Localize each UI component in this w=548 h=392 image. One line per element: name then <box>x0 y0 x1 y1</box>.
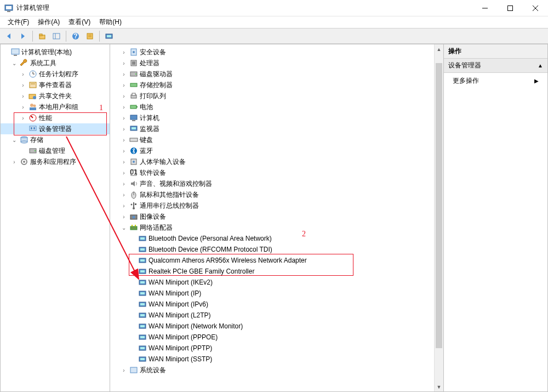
scroll-thumb[interactable] <box>436 63 442 348</box>
nav-forward-button[interactable] <box>16 30 30 43</box>
svg-rect-10 <box>39 34 42 36</box>
svg-rect-2 <box>7 11 10 12</box>
bluetooth-icon <box>129 146 138 155</box>
scroll-up-button[interactable]: ▲ <box>435 44 443 54</box>
tree-services[interactable]: › 服务和应用程序 <box>1 156 110 167</box>
vertical-scrollbar[interactable]: ▲ ▼ <box>434 44 443 391</box>
actions-pane: 操作 设备管理器 ▲ 更多操作 ▶ <box>443 44 547 391</box>
category-monitors[interactable]: ›监视器 <box>110 123 434 134</box>
mice-icon <box>129 190 138 199</box>
software_devices-icon: 01 <box>129 168 138 177</box>
network-adapter-icon <box>138 322 147 331</box>
category-print_queues[interactable]: ›打印队列 <box>110 90 434 101</box>
tree-event-viewer[interactable]: › 事件查看器 <box>1 79 110 90</box>
svg-rect-31 <box>30 107 36 110</box>
storage-icon <box>20 135 28 144</box>
tree-storage[interactable]: ⌄ 存储 <box>1 134 110 145</box>
category-usb[interactable]: ›通用串行总线控制器 <box>110 200 434 211</box>
network-adapter-item[interactable]: ›WAN Miniport (PPTP) <box>110 343 434 354</box>
collapse-icon[interactable]: ▲ <box>538 63 543 69</box>
svg-rect-100 <box>140 358 145 360</box>
category-keyboards[interactable]: ›键盘 <box>110 134 434 145</box>
network-adapter-item[interactable]: ›WAN Miniport (IPv6) <box>110 299 434 310</box>
network-adapter-item[interactable]: ›WAN Miniport (SSTP) <box>110 354 434 365</box>
category-security_devices[interactable]: ›安全设备 <box>110 47 434 58</box>
storage_controllers-icon <box>129 81 138 89</box>
svg-rect-53 <box>130 105 136 109</box>
category-mice[interactable]: ›鼠标和其他指针设备 <box>110 189 434 200</box>
wrench-icon <box>20 59 28 67</box>
svg-rect-98 <box>140 347 145 349</box>
svg-rect-74 <box>130 226 137 230</box>
network-adapter-item[interactable]: ›WAN Miniport (Network Monitor) <box>110 321 434 332</box>
tree-disk-mgmt[interactable]: › 磁盘管理 <box>1 145 110 156</box>
category-storage_controllers[interactable]: ›存储控制器 <box>110 79 434 90</box>
close-button[interactable] <box>523 0 548 16</box>
svg-rect-84 <box>140 270 145 272</box>
refresh-button[interactable] <box>102 30 116 43</box>
minimize-button[interactable] <box>472 0 498 16</box>
svg-point-28 <box>33 96 36 99</box>
menu-view[interactable]: 查看(V) <box>64 16 95 28</box>
svg-rect-76 <box>135 225 136 226</box>
network-adapter-item[interactable]: ›WAN Miniport (IP) <box>110 288 434 299</box>
svg-rect-58 <box>132 127 136 129</box>
svg-rect-20 <box>12 49 19 54</box>
properties-button[interactable] <box>83 30 96 43</box>
category-sound[interactable]: ›声音、视频和游戏控制器 <box>110 178 434 189</box>
system_devices-icon <box>129 366 138 374</box>
scroll-down-button[interactable]: ▼ <box>435 382 443 391</box>
tree-task-scheduler[interactable]: › 任务计划程序 <box>1 69 110 79</box>
category-system_devices[interactable]: ›系统设备 <box>110 365 434 376</box>
network-adapter-item[interactable]: ›Bluetooth Device (RFCOMM Protocol TDI) <box>110 244 434 255</box>
actions-subheader[interactable]: 设备管理器 ▲ <box>444 59 547 73</box>
tree-shared-folders[interactable]: › 共享文件夹 <box>1 90 110 101</box>
network-adapter-icon <box>138 333 147 342</box>
category-imaging[interactable]: ›图像设备 <box>110 211 434 222</box>
hid-icon <box>129 157 138 166</box>
processors-icon <box>129 59 138 67</box>
tree-system-tools[interactable]: ⌄ 系统工具 <box>1 58 110 69</box>
svg-marker-65 <box>131 181 135 186</box>
network-adapter-item[interactable]: ›Bluetooth Device (Personal Area Network… <box>110 233 434 244</box>
category-computer[interactable]: ›计算机 <box>110 112 434 123</box>
network-adapter-item[interactable]: ›WAN Miniport (IKEv2) <box>110 277 434 288</box>
nav-back-button[interactable] <box>2 30 15 43</box>
help-button[interactable]: ? <box>69 30 82 43</box>
maximize-button[interactable] <box>498 0 523 16</box>
svg-rect-21 <box>14 55 17 56</box>
performance-icon <box>28 113 37 122</box>
category-bluetooth[interactable]: ›蓝牙 <box>110 145 434 156</box>
services-icon <box>20 157 28 166</box>
category-processors[interactable]: ›处理器 <box>110 58 434 69</box>
tree-root[interactable]: ▶ 计算机管理(本地) <box>1 47 110 58</box>
menu-file[interactable]: 文件(F) <box>3 16 33 28</box>
more-actions-item[interactable]: 更多操作 ▶ <box>444 73 547 89</box>
tree-performance[interactable]: › 性能 <box>1 112 110 123</box>
batteries-icon <box>129 103 138 111</box>
svg-rect-71 <box>135 203 136 205</box>
network-adapter-item[interactable]: ›Qualcomm Atheros AR956x Wireless Networ… <box>110 255 434 266</box>
menu-help[interactable]: 帮助(H) <box>95 16 126 28</box>
console-tree[interactable]: ▶ 计算机管理(本地) ⌄ 系统工具 › 任务计划程序 › 事件查看器 › 共享… <box>1 44 110 391</box>
app-icon <box>4 4 13 13</box>
tree-device-manager[interactable]: › 设备管理器 <box>1 123 110 134</box>
up-level-button[interactable] <box>36 30 49 43</box>
show-hide-tree-button[interactable] <box>50 30 63 43</box>
device-tree[interactable]: ›安全设备›处理器›磁盘驱动器›存储控制器›打印队列›电池›计算机›监视器›键盘… <box>110 44 434 391</box>
svg-point-43 <box>23 161 25 163</box>
menu-action[interactable]: 操作(A) <box>33 16 64 28</box>
svg-rect-56 <box>132 120 135 121</box>
svg-rect-92 <box>140 314 145 316</box>
category-disk_drives[interactable]: ›磁盘驱动器 <box>110 69 434 79</box>
tree-local-users[interactable]: › 本地用户和组 <box>1 101 110 112</box>
toolbar: ? <box>0 29 548 44</box>
category-network_adapters[interactable]: ⌄网络适配器 <box>110 222 434 233</box>
category-software_devices[interactable]: ›01软件设备 <box>110 167 434 178</box>
network-adapter-item[interactable]: ›WAN Miniport (L2TP) <box>110 310 434 321</box>
security_devices-icon <box>129 48 138 56</box>
category-hid[interactable]: ›人体学输入设备 <box>110 156 434 167</box>
category-batteries[interactable]: ›电池 <box>110 101 434 112</box>
network-adapter-item[interactable]: ›Realtek PCIe GBE Family Controller <box>110 266 434 277</box>
network-adapter-item[interactable]: ›WAN Miniport (PPPOE) <box>110 332 434 343</box>
